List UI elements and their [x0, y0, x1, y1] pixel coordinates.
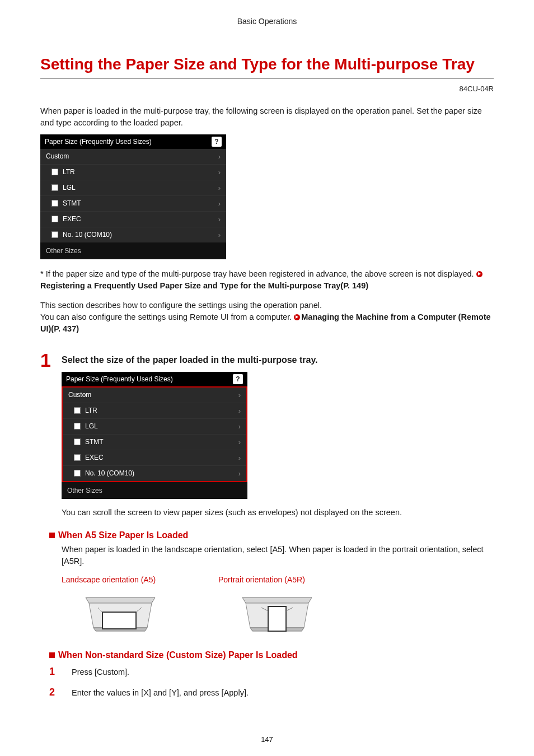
custom-step-1-text: Press [Custom].	[72, 668, 129, 676]
custom-steps-list: 1 Press [Custom]. 2 Enter the values in …	[49, 666, 494, 698]
paper-icon	[74, 454, 81, 461]
orientation-portrait: Portrait orientation (A5R)	[218, 575, 336, 634]
panel-row-label: No. 10 (COM10)	[85, 469, 134, 477]
panel-footer-other-sizes: Other Sizes	[40, 242, 226, 259]
custom-step-2-text: Enter the values in [X] and [Y], and pre…	[72, 688, 249, 697]
caption-landscape: Landscape orientation (A5)	[62, 575, 179, 584]
chevron-right-icon: ›	[218, 199, 221, 208]
subheading-custom-text: When Non-standard Size (Custom Size) Pap…	[58, 650, 298, 660]
paper-icon	[51, 231, 58, 238]
paper-icon	[51, 169, 58, 175]
subheading-a5: When A5 Size Paper Is Loaded	[49, 530, 494, 540]
orientation-landscape: Landscape orientation (A5)	[62, 575, 179, 634]
panel-row: Custom›	[63, 388, 246, 403]
note-config-line1: This section describes how to configure …	[40, 301, 322, 310]
step-1-subnote: You can scroll the screen to view paper …	[62, 508, 494, 517]
doc-code: 84CU-04R	[40, 85, 494, 93]
help-icon: ?	[212, 137, 222, 147]
subheading-a5-text: When A5 Size Paper Is Loaded	[58, 530, 188, 540]
chevron-right-icon: ›	[238, 469, 241, 478]
paper-icon	[51, 200, 58, 207]
panel-row-label: Custom	[68, 391, 91, 399]
panel-row: LTR›	[40, 164, 226, 180]
panel-row: STMT›	[63, 434, 246, 450]
caption-portrait: Portrait orientation (A5R)	[218, 575, 336, 584]
page-number: 147	[40, 735, 494, 744]
subheading-custom: When Non-standard Size (Custom Size) Pap…	[49, 650, 494, 660]
svg-marker-0	[86, 598, 155, 603]
orientation-row: Landscape orientation (A5) Portrai	[62, 575, 494, 634]
square-bullet-icon	[49, 652, 55, 658]
panel-row: EXEC›	[63, 450, 246, 465]
panel-row-label: LGL	[63, 184, 76, 192]
custom-step-2: 2 Enter the values in [X] and [Y], and p…	[49, 687, 494, 698]
link-register-paper-text: Registering a Frequently Used Paper Size…	[40, 281, 368, 290]
panel-row: EXEC›	[40, 211, 226, 227]
panel-row-label: Custom	[46, 152, 69, 160]
custom-step-1-num: 1	[49, 666, 58, 678]
step-1-title: Select the size of the paper loaded in t…	[62, 351, 494, 365]
chevron-right-icon: ›	[218, 152, 221, 161]
paper-size-panel-screenshot-highlighted: Paper Size (Frequently Used Sizes) ? Cus…	[62, 372, 247, 499]
play-bullet-icon	[294, 314, 300, 320]
note-config: This section describes how to configure …	[40, 300, 494, 335]
panel-header: Paper Size (Frequently Used Sizes) ?	[40, 134, 226, 149]
paper-icon	[74, 407, 81, 414]
play-bullet-icon	[476, 271, 483, 277]
subbody-a5: When paper is loaded in the landscape or…	[62, 544, 494, 567]
note-config-line2-prefix: You can also configure the settings usin…	[40, 312, 294, 321]
paper-size-panel-screenshot: Paper Size (Frequently Used Sizes) ? Cus…	[40, 134, 226, 259]
paper-icon	[51, 216, 58, 222]
custom-step-2-num: 2	[49, 687, 58, 698]
paper-icon	[74, 438, 81, 445]
paper-icon	[74, 470, 81, 477]
panel-row: LGL›	[40, 180, 226, 195]
chevron-right-icon: ›	[218, 168, 221, 176]
chevron-right-icon: ›	[238, 454, 241, 462]
panel-row-label: EXEC	[85, 454, 104, 461]
chevron-right-icon: ›	[218, 184, 221, 192]
panel-row-label: LTR	[85, 407, 97, 414]
panel-header-title: Paper Size (Frequently Used Sizes)	[66, 375, 173, 383]
panel-highlight-box: Custom›LTR›LGL›STMT›EXEC›No. 10 (COM10)›	[62, 386, 247, 482]
breadcrumb: Basic Operations	[40, 17, 494, 26]
panel-row-label: LTR	[63, 168, 75, 176]
svg-marker-6	[242, 598, 312, 603]
panel-header-title: Paper Size (Frequently Used Sizes)	[45, 138, 152, 146]
step-1: 1 Select the size of the paper loaded in…	[40, 351, 494, 707]
svg-rect-9	[268, 606, 286, 631]
panel-row-label: STMT	[63, 199, 81, 207]
panel-row-label: STMT	[85, 438, 104, 446]
panel-header: Paper Size (Frequently Used Sizes) ?	[62, 372, 247, 386]
square-bullet-icon	[49, 533, 55, 538]
panel-row: STMT›	[40, 195, 226, 211]
panel-row: No. 10 (COM10)›	[40, 227, 226, 242]
panel-row: No. 10 (COM10)›	[63, 465, 246, 481]
custom-step-1: 1 Press [Custom].	[49, 666, 494, 678]
chevron-right-icon: ›	[238, 407, 241, 415]
chevron-right-icon: ›	[238, 422, 241, 431]
panel-row-label: No. 10 (COM10)	[63, 231, 112, 239]
panel-footer-other-sizes: Other Sizes	[62, 482, 247, 499]
paper-icon	[74, 423, 81, 430]
svg-rect-3	[102, 612, 136, 629]
panel-row: LTR›	[63, 403, 246, 418]
panel-row: LGL›	[63, 418, 246, 434]
chevron-right-icon: ›	[218, 231, 221, 239]
chevron-right-icon: ›	[238, 438, 241, 446]
page-title: Setting the Paper Size and Type for the …	[40, 54, 494, 79]
panel-row-label: LGL	[85, 422, 98, 430]
help-icon: ?	[233, 374, 243, 384]
note-registered: * If the paper size and type of the mult…	[40, 268, 494, 292]
chevron-right-icon: ›	[238, 391, 241, 399]
panel-rows: Custom›LTR›LGL›STMT›EXEC›No. 10 (COM10)›	[40, 149, 226, 242]
portrait-tray-illustration	[238, 590, 316, 634]
intro-paragraph: When paper is loaded in the multi-purpos…	[40, 105, 494, 129]
chevron-right-icon: ›	[218, 215, 221, 223]
note-registered-text: * If the paper size and type of the mult…	[40, 269, 476, 278]
panel-row: Custom›	[40, 149, 226, 164]
paper-icon	[51, 184, 58, 191]
panel-row-label: EXEC	[63, 215, 81, 223]
landscape-tray-illustration	[81, 590, 160, 634]
